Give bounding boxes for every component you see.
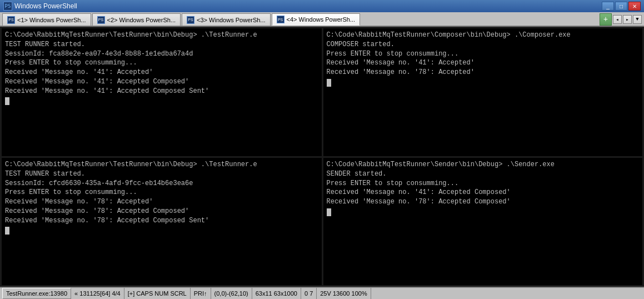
- pane-4-line-5: Received 'Message no. '78': Accepted Com…: [327, 197, 640, 207]
- window-controls: _ □ ✕: [602, 2, 641, 11]
- status-caps: [+] CAPS NUM SCRL: [124, 288, 191, 299]
- window-title: Windows PowerShell: [14, 2, 602, 10]
- tab-3[interactable]: PS <3> Windows PowerSh...: [182, 13, 271, 26]
- tab-3-label: <3> Windows PowerSh...: [197, 17, 266, 23]
- status-coords: (0,0)-(62,10): [211, 288, 252, 299]
- tab-1-icon: PS: [7, 16, 15, 24]
- status-priority: PRI↑: [191, 288, 211, 299]
- tab-bar: PS <1> Windows PowerSh... PS <2> Windows…: [0, 12, 644, 27]
- pane-4-cursor-line: [327, 207, 640, 216]
- pane-1[interactable]: C:\Code\RabbitMqTestRunner\TestRunner\bi…: [1, 28, 322, 157]
- pane-2-cursor-line: [327, 77, 640, 87]
- pane-3-line-2: TEST RUNNER started.: [5, 170, 318, 179]
- pane-3-line-5: Received 'Message no. '78': Accepted': [5, 197, 318, 207]
- tab-menu-button[interactable]: ▼: [633, 15, 642, 24]
- pane-1-line-4: Press ENTER to stop consumming...: [5, 58, 318, 68]
- cursor-2: [327, 79, 331, 87]
- tab-2-label: <2> Windows PowerSh...: [107, 17, 176, 23]
- status-voltage: 25V 13600 100%: [317, 288, 371, 299]
- pane-1-line-1: C:\Code\RabbitMqTestRunner\TestRunner\bi…: [5, 31, 318, 40]
- pane-4-line-1: C:\Code\RabbitMqTestRunner\Sender\bin\De…: [327, 160, 640, 170]
- tab-scroll-left[interactable]: ◂: [613, 15, 622, 24]
- status-process: TestRunner.exe:13980: [2, 288, 71, 299]
- new-tab-button[interactable]: +: [600, 13, 612, 26]
- pane-2-line-4: Received 'Message no. '41': Accepted': [327, 58, 640, 68]
- status-dimensions: 63x11 63x1000: [252, 288, 301, 299]
- pane-4-line-2: SENDER started.: [327, 170, 640, 179]
- pane-1-cursor-line: [5, 96, 318, 106]
- pane-3-line-1: C:\Code\RabbitMqTestRunner\TestRunner\bi…: [5, 160, 318, 170]
- pane-3[interactable]: C:\Code\RabbitMqTestRunner\TestRunner\bi…: [1, 157, 322, 286]
- cursor-4: [327, 208, 331, 216]
- terminal-content: C:\Code\RabbitMqTestRunner\TestRunner\bi…: [0, 27, 644, 287]
- pane-2[interactable]: C:\Code\RabbitMqTestRunner\Composer\bin\…: [322, 28, 643, 157]
- pane-1-line-5: Received 'Message no. '41': Accepted': [5, 68, 318, 77]
- tab-2-icon: PS: [97, 16, 105, 24]
- pane-2-line-1: C:\Code\RabbitMqTestRunner\Composer\bin\…: [327, 31, 640, 40]
- pane-1-line-3: SessionId: fca88e2e-ea07-4e3d-8b88-1e1ed…: [5, 49, 318, 59]
- pane-1-line-2: TEST RUNNER started.: [5, 40, 318, 49]
- pane-1-line-7: Received 'Message no. '41': Accepted Com…: [5, 87, 318, 96]
- tab-1-label: <1> Windows PowerSh...: [17, 17, 86, 23]
- pane-3-line-4: Press ENTER to stop consumming...: [5, 188, 318, 197]
- tab-4-label: <4> Windows PowerSh...: [287, 16, 356, 23]
- title-bar: PS Windows PowerShell _ □ ✕: [0, 0, 644, 12]
- minimize-button[interactable]: _: [602, 2, 614, 11]
- pane-4-line-4: Received 'Message no. '41': Accepted Com…: [327, 188, 640, 197]
- tab-4-icon: PS: [277, 16, 284, 23]
- pane-2-line-2: COMPOSER started.: [327, 40, 640, 49]
- status-position: « 131125[64] 4/4: [71, 288, 124, 299]
- pane-4[interactable]: C:\Code\RabbitMqTestRunner\Sender\bin\De…: [322, 157, 643, 286]
- status-numbers: 0 7: [301, 288, 317, 299]
- cursor-3: [5, 227, 9, 235]
- tab-3-icon: PS: [187, 16, 194, 24]
- pane-3-line-7: Received 'Message no. '78': Accepted Com…: [5, 216, 318, 226]
- pane-1-line-6: Received 'Message no. '41': Accepted Com…: [5, 77, 318, 87]
- pane-3-line-6: Received 'Message no. '78': Accepted Com…: [5, 207, 318, 216]
- tab-4[interactable]: PS <4> Windows PowerSh...: [272, 13, 361, 26]
- tab-2[interactable]: PS <2> Windows PowerSh...: [92, 13, 181, 26]
- tab-scroll-right[interactable]: ▸: [623, 15, 632, 24]
- maximize-button[interactable]: □: [615, 2, 627, 11]
- pane-4-line-3: Press ENTER to stop consumming...: [327, 179, 640, 188]
- pane-2-line-5: Received 'Message no. '78': Accepted': [327, 68, 640, 77]
- tab-1[interactable]: PS <1> Windows PowerSh...: [2, 13, 91, 26]
- pane-3-line-3: SessionId: cfcd6630-435a-4afd-9fcc-eb14b…: [5, 179, 318, 188]
- status-bar: TestRunner.exe:13980 « 131125[64] 4/4 [+…: [0, 287, 644, 299]
- pane-2-line-3: Press ENTER to stop consumming...: [327, 49, 640, 59]
- close-button[interactable]: ✕: [628, 2, 641, 11]
- pane-3-cursor-line: [5, 226, 318, 235]
- app-icon: PS: [3, 2, 12, 11]
- cursor-1: [5, 97, 9, 105]
